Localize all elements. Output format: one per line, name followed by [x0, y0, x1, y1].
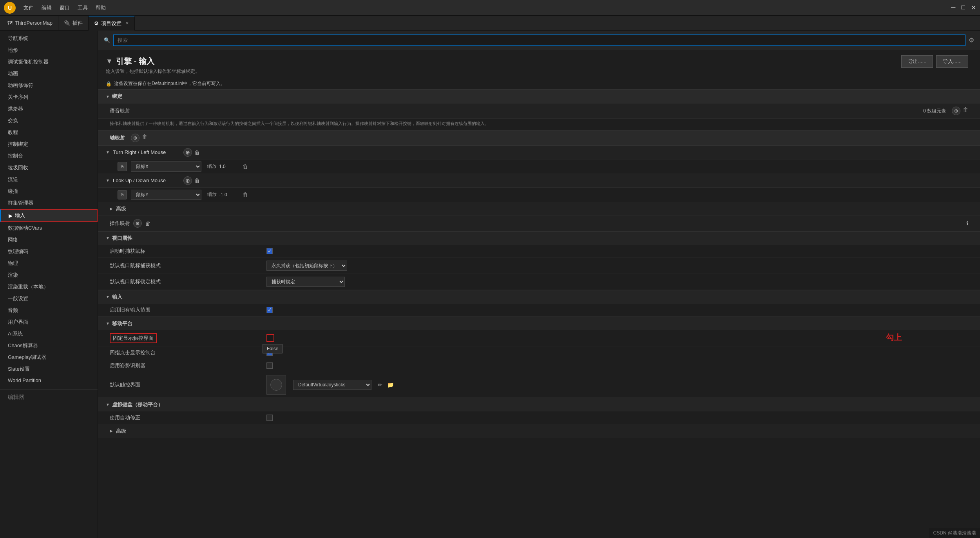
sidebar-item-terrain[interactable]: 地形 [0, 44, 98, 56]
sidebar-item-tutorial[interactable]: 教程 [0, 127, 98, 138]
sidebar-item-exchange[interactable]: 交换 [0, 115, 98, 127]
action-delete-button[interactable]: 🗑 [963, 107, 968, 115]
axis-turn-sub-row: 🖱 鼠标X 缩放 1.0 🗑 [98, 159, 980, 174]
close-button[interactable]: ✕ [971, 4, 976, 11]
sidebar-item-cluster-mgr[interactable]: 群集管理器 [0, 197, 98, 209]
action-mapping-label: 操作映射 [110, 220, 130, 227]
menu-window[interactable]: 窗口 [60, 4, 70, 11]
action-add-button[interactable]: ⊕ [952, 107, 960, 115]
sidebar-item-stream[interactable]: 流送 [0, 174, 98, 185]
sidebar-item-data-driven[interactable]: 数据驱动CVars [0, 222, 98, 234]
sidebar-item-network[interactable]: 网络 [0, 234, 98, 246]
axis-turn-sub-delete-button[interactable]: 🗑 [243, 163, 248, 170]
info-button[interactable]: ℹ [966, 220, 968, 226]
sidebar-item-ui[interactable]: 用户界面 [0, 316, 98, 328]
axis-lookup-sub-row: 🖱 鼠标Y 缩放 -1.0 🗑 [98, 188, 980, 202]
action-mapping-delete-button[interactable]: 🗑 [145, 220, 150, 226]
edit-icon[interactable]: ✏ [378, 382, 382, 388]
sidebar-item-audio[interactable]: 音频 [0, 304, 98, 316]
sidebar-item-input[interactable]: ▶ 输入 [0, 209, 98, 222]
sidebar-item-render[interactable]: 渲染 [0, 269, 98, 281]
menu-edit[interactable]: 编辑 [42, 4, 52, 11]
tab-close-button[interactable]: ✕ [125, 21, 129, 26]
default-touch-row: 默认触控界面 DefaultVirtualJoysticks ✏ 📁 [98, 372, 980, 398]
axis-lookup-select[interactable]: 鼠标Y [131, 190, 201, 200]
sidebar-bottom-editor: 编辑器 [0, 389, 98, 405]
capture-mouse-row: 启动时捕获鼠标 ✓ [98, 245, 980, 258]
axis-delete-button[interactable]: 🗑 [142, 134, 147, 142]
axis-turn-add-button[interactable]: ⊕ [183, 148, 192, 157]
sidebar-item-navigation[interactable]: 导航系统 [0, 33, 98, 44]
virtual-keyboard-collapse-icon[interactable]: ▼ [106, 402, 110, 407]
tab-settings[interactable]: ⚙ 项目设置 ✕ [89, 16, 135, 31]
export-button[interactable]: 导出...... [901, 55, 933, 68]
collapse-arrow-icon[interactable]: ▼ [106, 57, 113, 65]
fixed-touch-label: 固定显示触控界面 [110, 333, 266, 343]
tab-plugins[interactable]: 🔌 插件 [58, 16, 89, 31]
menu-file[interactable]: 文件 [24, 4, 34, 11]
menu-tools[interactable]: 工具 [78, 4, 88, 11]
sidebar-item-general[interactable]: 一般设置 [0, 293, 98, 304]
capture-mode-select[interactable]: 永久捕获（包括初始鼠标按下） [266, 261, 347, 271]
sidebar-item-console[interactable]: 控制台 [0, 150, 98, 162]
action-mapping-add-button[interactable]: ⊕ [133, 219, 142, 228]
gesture-checkbox[interactable] [266, 362, 273, 369]
axis-turn-delete-button[interactable]: 🗑 [194, 149, 200, 156]
sidebar-item-gc[interactable]: 垃圾回收 [0, 162, 98, 174]
search-input[interactable] [113, 34, 966, 46]
axis-lookup-add-button[interactable]: ⊕ [183, 176, 192, 185]
virt-advanced-row: ▶ 高级 [98, 424, 980, 438]
autocorrect-checkbox[interactable] [266, 415, 273, 421]
sidebar-item-collision[interactable]: 碰撞 [0, 185, 98, 197]
sidebar-item-anim-modifier[interactable]: 动画修饰符 [0, 80, 98, 91]
settings-gear-icon[interactable]: ⚙ [969, 36, 974, 44]
axis-item-turn-collapse-icon[interactable]: ▼ [106, 150, 110, 154]
import-button[interactable]: 导入...... [936, 55, 968, 68]
viewport-collapse-icon[interactable]: ▼ [106, 236, 110, 240]
viewport-title: 视口属性 [112, 235, 132, 242]
input-collapse-icon[interactable]: ▼ [106, 295, 110, 299]
sidebar-item-animation[interactable]: 动画 [0, 68, 98, 80]
axis-lookup-delete-button[interactable]: 🗑 [194, 178, 200, 184]
sidebar-item-ai[interactable]: AI系统 [0, 328, 98, 340]
sidebar-item-level-seq[interactable]: 关卡序列 [0, 91, 98, 103]
capture-mouse-checkbox[interactable]: ✓ [266, 248, 273, 254]
statusbar-text: CSDN @浩浩浩浩浩 [933, 530, 976, 536]
lock-mode-select[interactable]: 捕获时锁定 [266, 277, 345, 287]
axis-lookup-sub-delete-button[interactable]: 🗑 [243, 192, 248, 198]
axis-turn-select[interactable]: 鼠标X [131, 161, 201, 172]
axis-item-lookup-collapse-icon[interactable]: ▼ [106, 178, 110, 183]
maximize-button[interactable]: □ [961, 4, 965, 11]
browse-icon[interactable]: 📁 [387, 382, 394, 388]
tab-project[interactable]: 🗺 ThirdPersonMap [2, 16, 58, 31]
menu-help[interactable]: 帮助 [96, 4, 106, 11]
virt-advanced-collapse-icon[interactable]: ▶ [110, 429, 113, 433]
tabbar: 🗺 ThirdPersonMap 🔌 插件 ⚙ 项目设置 ✕ [0, 16, 980, 31]
sidebar-item-slate[interactable]: Slate设置 [0, 363, 98, 375]
bindings-panel-header[interactable]: ▼ 绑定 [98, 89, 980, 103]
lock-mode-value: 捕获时锁定 [266, 277, 968, 287]
minimize-button[interactable]: ─ [951, 4, 955, 11]
sidebar-item-world-partition[interactable]: World Partition [0, 375, 98, 386]
legacy-input-checkbox[interactable]: ✓ [266, 307, 273, 313]
sidebar-item-chaos[interactable]: Chaos解算器 [0, 340, 98, 351]
content-area: 🔍 ⚙ ▼ 引擎 - 输入 导出...... 导入...... 输入设置，包括默… [98, 31, 980, 538]
axis-add-button[interactable]: ⊕ [131, 134, 139, 142]
gesture-row: 启用姿势识别器 [98, 359, 980, 372]
sidebar-item-baker[interactable]: 烘焙器 [0, 103, 98, 115]
sidebar-item-render-local[interactable]: 渲染重载（本地） [0, 281, 98, 293]
sidebar-item-control-bind[interactable]: 控制绑定 [0, 138, 98, 150]
capture-mode-row: 默认视口鼠标捕获模式 永久捕获（包括初始鼠标按下） [98, 258, 980, 274]
bindings-collapse-icon: ▼ [106, 94, 110, 99]
search-icon: 🔍 [104, 37, 110, 43]
bindings-panel: ▼ 绑定 语音映射 0 数组元素 ⊕ 🗑 操作和轴映射提供了一种映射机制，通过在… [98, 89, 980, 231]
fixed-touch-checkbox[interactable] [266, 334, 274, 342]
advanced-collapse-icon[interactable]: ▶ [110, 207, 113, 211]
default-touch-select[interactable]: DefaultVirtualJoysticks [293, 380, 371, 390]
sidebar-item-physics[interactable]: 物理 [0, 257, 98, 269]
sidebar-item-texture[interactable]: 纹理编码 [0, 246, 98, 257]
mobile-collapse-icon[interactable]: ▼ [106, 321, 110, 326]
project-icon: 🗺 [7, 20, 13, 26]
sidebar-item-gameplay-debug[interactable]: Gameplay调试器 [0, 351, 98, 363]
sidebar-item-debug-camera[interactable]: 调试摄像机控制器 [0, 56, 98, 68]
